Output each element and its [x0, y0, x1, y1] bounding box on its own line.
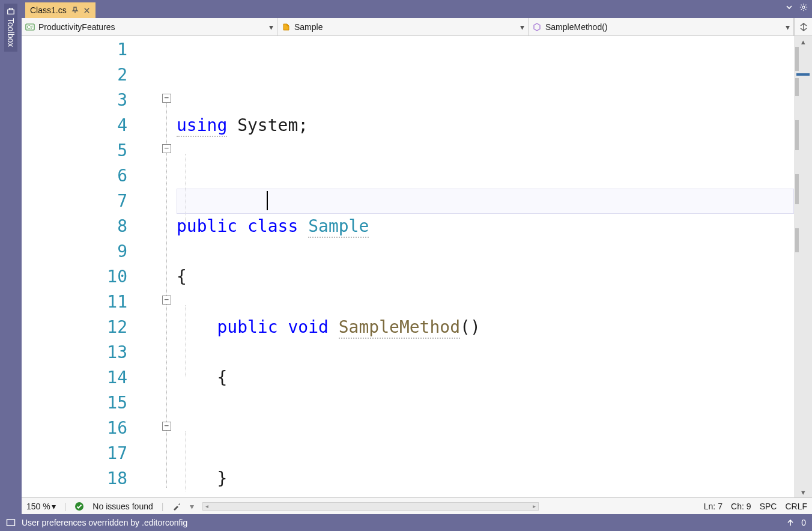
ide-status-bar: User preferences overridden by .editorco…	[0, 514, 812, 531]
issues-label[interactable]: No issues found	[92, 502, 153, 511]
vertical-scrollbar[interactable]: ▴ ▾	[794, 36, 812, 497]
horizontal-scrollbar[interactable]: ◂ ▸	[202, 502, 539, 511]
scroll-right-arrow[interactable]: ▸	[530, 503, 538, 509]
svg-text:C#: C#	[27, 25, 32, 30]
svg-point-2	[802, 6, 805, 8]
close-icon[interactable]	[83, 7, 91, 14]
file-tab-label: Class1.cs	[30, 5, 67, 15]
gear-icon[interactable]	[799, 2, 808, 12]
line-label: Ln:	[704, 502, 715, 511]
toolbox-label: Toolbox	[6, 18, 16, 47]
status-message[interactable]: User preferences overridden by .editorco…	[22, 518, 187, 527]
current-line-highlight	[177, 189, 794, 214]
fold-toggle[interactable]: −	[162, 144, 171, 153]
scroll-left-arrow[interactable]: ◂	[203, 503, 211, 509]
indent-mode[interactable]: SPC	[760, 502, 777, 511]
info-rect-icon	[6, 518, 16, 527]
eol-mode[interactable]: CRLF	[785, 502, 807, 511]
method-icon	[532, 22, 542, 32]
svg-rect-6	[7, 520, 15, 526]
pin-icon[interactable]	[71, 7, 79, 14]
toolbox-panel: Toolbox	[0, 0, 22, 514]
line-value[interactable]: 7	[718, 502, 723, 511]
tab-overflow-icon[interactable]	[784, 2, 794, 12]
svg-rect-1	[9, 8, 12, 10]
nav-class-label: Sample	[294, 22, 323, 32]
file-tab-class1[interactable]: Class1.cs	[25, 2, 95, 18]
chevron-down-icon: ▾	[786, 22, 790, 32]
svg-rect-0	[8, 10, 14, 14]
col-value[interactable]: 9	[747, 502, 751, 511]
csharp-project-icon: C#	[25, 22, 35, 32]
toolbox-icon	[7, 7, 15, 16]
split-editor-button[interactable]	[794, 18, 812, 35]
screwdriver-icon[interactable]	[172, 502, 181, 511]
chevron-down-icon: ▾	[269, 22, 273, 32]
zoom-value: 150 %	[26, 502, 50, 511]
nav-member-label: SampleMethod()	[545, 22, 608, 32]
zoom-dropdown[interactable]: 150 % ▾	[26, 502, 56, 511]
class-icon	[281, 22, 291, 32]
text-caret	[267, 191, 268, 210]
document-tab-strip: Class1.cs	[22, 0, 812, 18]
nav-project-dropdown[interactable]: C# ProductivityFeatures ▾	[22, 18, 277, 35]
code-text-area[interactable]: using System; public class Sample { publ…	[177, 36, 794, 497]
fold-toggle[interactable]: −	[162, 296, 171, 305]
publish-arrow-icon[interactable]	[786, 518, 795, 527]
col-label: Ch:	[731, 502, 744, 511]
chevron-down-icon: ▾	[52, 502, 56, 511]
toolbox-tab[interactable]: Toolbox	[4, 4, 17, 52]
fold-toggle[interactable]: −	[162, 422, 171, 431]
chevron-down-icon: ▾	[520, 22, 524, 32]
notification-count[interactable]: 0	[801, 518, 806, 527]
code-editor[interactable]: 1 2 3 4 5 6 7 8 9 10 11 12 13 14 15 16 1…	[22, 36, 812, 497]
nav-class-dropdown[interactable]: Sample ▾	[277, 18, 529, 35]
nav-member-dropdown[interactable]: SampleMethod() ▾	[529, 18, 794, 35]
navigation-bar: C# ProductivityFeatures ▾ Sample ▾ Sampl…	[22, 18, 812, 36]
scroll-up-arrow[interactable]: ▴	[794, 36, 812, 47]
scroll-down-arrow[interactable]: ▾	[794, 487, 812, 497]
status-ok-icon	[74, 502, 84, 511]
scroll-caret-marker	[796, 73, 810, 76]
outlining-margin: − − − −	[133, 36, 177, 497]
nav-project-label: ProductivityFeatures	[38, 22, 115, 32]
fold-toggle[interactable]: −	[162, 94, 171, 103]
line-number-gutter: 1 2 3 4 5 6 7 8 9 10 11 12 13 14 15 16 1…	[22, 36, 133, 497]
editor-status-bar: 150 % ▾ | No issues found | ▾ ◂ ▸ Ln: 7 …	[22, 497, 812, 514]
chevron-down-icon[interactable]: ▾	[190, 502, 194, 511]
